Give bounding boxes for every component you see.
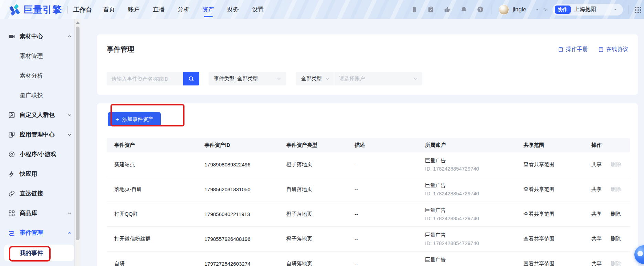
view-share-scope-link[interactable]: 查看共享范围: [516, 211, 584, 217]
cell-event-asset-name: 打开QQ群: [107, 211, 197, 217]
manual-link[interactable]: 操作手册: [558, 46, 588, 53]
sidebar-item-star-ad[interactable]: 星广联投: [0, 85, 80, 105]
chevron-down-icon: [613, 8, 617, 12]
table-row: 新建站点1798908089322496橙子落地页--巨量广告ID: 17824…: [107, 152, 630, 177]
cell-event-asset-type: 自研落地页: [279, 186, 347, 193]
chevron-down-icon: [67, 132, 72, 137]
chevron-down-icon: [67, 113, 72, 117]
sidebar-scrollbar[interactable]: [74, 19, 80, 266]
agreement-link[interactable]: 在线协议: [598, 46, 628, 53]
forward-chevron-icon[interactable]: [543, 7, 548, 12]
table-body: 新建站点1798908089322496橙子落地页--巨量广告ID: 17824…: [107, 152, 630, 266]
cell-actions: 共享删除: [584, 211, 630, 217]
cell-actions: 共享删除: [584, 260, 630, 266]
logo-wordmark[interactable]: 巨量引擎: [23, 3, 62, 16]
share-action[interactable]: 共享: [591, 186, 602, 193]
page-header-card: 事件管理 操作手册 在线协议 事件类型: 全部类型 全部类型: [97, 34, 638, 95]
delete-action[interactable]: 删除: [611, 236, 621, 242]
mobile-icon[interactable]: [411, 6, 418, 13]
sidebar-item-product-library[interactable]: 商品库: [0, 203, 80, 223]
cell-event-asset-id: 1798908089322496: [197, 162, 279, 167]
event-asset-table: 事件资产 事件资产ID 事件资产类型 描述 所属账户 共享范围 操作 新建站点1…: [107, 138, 630, 266]
sidebar-item-my-events[interactable]: 我的事件: [4, 245, 74, 261]
link-icon: [8, 190, 15, 197]
nav-item-assets[interactable]: 资产: [196, 0, 221, 19]
search-input[interactable]: [107, 72, 183, 85]
workspace-menu[interactable]: 工作台: [73, 6, 92, 14]
sidebar-item-material-manage[interactable]: 素材管理: [0, 46, 80, 66]
cell-event-asset-type: 橙子落地页: [279, 211, 347, 217]
lightning-icon: [8, 171, 15, 177]
share-action[interactable]: 共享: [591, 211, 602, 217]
col-event-asset: 事件资产: [107, 142, 197, 149]
nav-item-analysis[interactable]: 分析: [171, 0, 196, 19]
nav-item-finance[interactable]: 财务: [221, 0, 245, 19]
delete-action[interactable]: 删除: [611, 211, 621, 217]
search-button[interactable]: [183, 72, 199, 85]
share-action[interactable]: 共享: [591, 161, 602, 168]
view-share-scope-link[interactable]: 查看共享范围: [516, 236, 584, 242]
search-box: [107, 72, 199, 85]
account-id: ID: 1782428854729740: [425, 240, 516, 246]
grid-squares-icon: [8, 210, 15, 217]
ocean-engine-logo-icon[interactable]: [8, 3, 21, 16]
table-row: 打开QQ群1798560402211913橙子落地页--巨量广告ID: 1782…: [107, 202, 630, 227]
user-name: jingle: [513, 6, 526, 13]
svg-text:?: ?: [479, 7, 482, 11]
chevron-down-icon: [67, 211, 72, 216]
nav-divider: [67, 6, 68, 13]
nav-item-home[interactable]: 首页: [97, 0, 122, 19]
user-menu[interactable]: jingle: [499, 4, 539, 15]
sidebar-item-event-manage[interactable]: 事件管理: [0, 223, 80, 243]
share-action[interactable]: 共享: [591, 236, 602, 242]
table-row: 自研1797272542603274自研落地页--巨量广告ID: 1782428…: [107, 252, 630, 266]
task-clipboard-icon[interactable]: [427, 6, 434, 13]
sidebar-item-app-center[interactable]: 应用管理中心: [0, 125, 80, 144]
user-avatar[interactable]: [499, 4, 509, 15]
chevron-down-icon: [413, 76, 418, 81]
org-selector[interactable]: 协作 上海抱阳: [552, 4, 623, 16]
apps-grid-icon[interactable]: [634, 6, 641, 13]
page-title: 事件管理: [107, 45, 134, 54]
help-icon[interactable]: ?: [477, 6, 484, 13]
sidebar-item-custom-audience[interactable]: 自定义人群包: [0, 105, 80, 125]
sidebar-item-material-center[interactable]: 素材中心: [0, 27, 80, 46]
nav-item-live[interactable]: 直播: [146, 0, 171, 19]
nav-item-account[interactable]: 账户: [122, 0, 146, 19]
scrollbar-thumb[interactable]: [76, 27, 80, 240]
nav-item-settings[interactable]: 设置: [245, 0, 270, 19]
account-select-dropdown[interactable]: 请选择账户: [334, 72, 422, 85]
event-type-dropdown[interactable]: 事件类型: 全部类型: [209, 72, 286, 85]
account-filter-group: 全部类型 请选择账户: [296, 72, 422, 85]
audience-person-icon: [8, 112, 15, 119]
notification-bell-icon[interactable]: [460, 6, 467, 13]
sidebar-item-quick-app[interactable]: 快应用: [0, 164, 80, 184]
topnav-right-section: ? jingle 协作 上海抱阳: [401, 4, 638, 16]
sidebar-item-material-analysis[interactable]: 素材分析: [0, 66, 80, 85]
cell-owner-account: 巨量广告ID: 1782428854729740: [418, 157, 516, 172]
chevron-down-icon: [325, 76, 330, 81]
feedback-thumb-icon[interactable]: [444, 6, 451, 13]
account-name: 巨量广告: [425, 207, 516, 214]
account-id: ID: 1782428854729740: [425, 191, 516, 196]
add-event-asset-button[interactable]: + 添加事件资产: [108, 112, 161, 126]
chevron-up-icon: [67, 34, 72, 39]
cell-event-asset-id: 1798560402211913: [197, 211, 279, 217]
plus-icon: +: [115, 116, 119, 123]
scrollbar-up-arrow[interactable]: [76, 21, 80, 24]
cell-description: --: [347, 186, 418, 192]
sidebar-item-direct-link[interactable]: 直达链接: [0, 184, 80, 203]
share-action[interactable]: 共享: [591, 260, 602, 266]
view-share-scope-link[interactable]: 查看共享范围: [516, 186, 584, 193]
cell-event-asset-name: 新建站点: [107, 161, 197, 168]
col-actions: 操作: [584, 142, 630, 149]
view-share-scope-link[interactable]: 查看共享范围: [516, 260, 584, 266]
sidebar-item-mini-program[interactable]: 小程序/小游戏: [0, 144, 80, 164]
top-navbar: 巨量引擎 工作台 首页 账户 直播 分析 资产 财务 设置 ? jingle 协…: [0, 0, 644, 19]
view-share-scope-link[interactable]: 查看共享范围: [516, 161, 584, 168]
scope-type-dropdown[interactable]: 全部类型: [296, 72, 334, 85]
account-id: ID: 1782428854729740: [425, 166, 516, 172]
account-name: 巨量广告: [425, 257, 516, 263]
org-name: 上海抱阳: [574, 6, 605, 13]
cell-event-asset-name: 落地页-自研: [107, 186, 197, 193]
